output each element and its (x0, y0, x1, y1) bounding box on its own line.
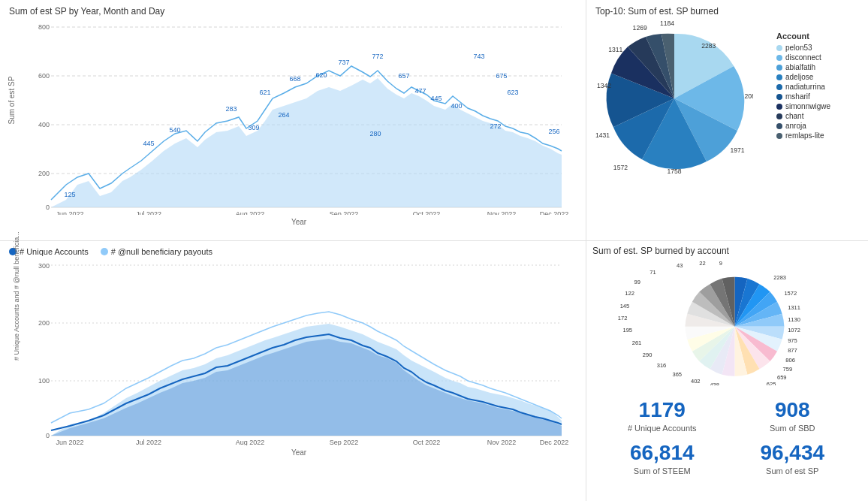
legend-color-9 (776, 133, 782, 139)
legend-color-3 (776, 74, 782, 80)
svg-text:675: 675 (496, 72, 507, 80)
legend-color-0 (776, 45, 782, 51)
svg-text:561: 561 (747, 383, 757, 385)
svg-text:Aug 2022: Aug 2022 (236, 210, 265, 215)
svg-text:Oct 2022: Oct 2022 (413, 439, 441, 445)
legend-item-9: remlaps-lite (776, 131, 859, 140)
svg-text:71: 71 (649, 268, 656, 275)
y-axis-label-top: Sum of est SP (8, 77, 16, 125)
svg-text:668: 668 (289, 75, 300, 83)
dashboard: Sum of est SP by Year, Month and Day Sum… (0, 0, 868, 501)
legend-item-7: chant (776, 112, 859, 120)
svg-text:743: 743 (473, 53, 484, 60)
svg-text:Nov 2022: Nov 2022 (487, 210, 517, 215)
svg-text:400: 400 (38, 121, 50, 128)
bottom-legend-row: # Unique Accounts # @null beneficiary pa… (9, 247, 577, 256)
svg-text:1342: 1342 (597, 82, 611, 89)
stat-value-1: 908 (732, 399, 854, 422)
svg-text:800: 800 (38, 23, 50, 31)
stat-value-3: 96,434 (732, 442, 854, 465)
svg-text:1130: 1130 (788, 316, 800, 323)
stat-label-0: # Unique Accounts (601, 424, 723, 433)
top-left-title: Sum of est SP by Year, Month and Day (9, 6, 577, 17)
svg-text:438: 438 (710, 381, 719, 385)
stat-steem: 66,814 Sum of STEEM (598, 439, 726, 478)
legend-item-6: simonnwigwe (776, 102, 859, 110)
svg-text:Oct 2022: Oct 2022 (413, 210, 441, 215)
bottom-left-panel: # Unique Accounts # @null beneficiary pa… (0, 240, 586, 501)
legend-color-2 (776, 65, 782, 71)
svg-text:2283: 2283 (701, 42, 716, 50)
account-label: Account (776, 32, 859, 41)
svg-text:Jul 2022: Jul 2022 (136, 439, 161, 445)
svg-text:975: 975 (788, 337, 797, 344)
legend-label-1: disconnect (785, 53, 821, 62)
svg-text:122: 122 (625, 290, 634, 297)
svg-text:309: 309 (248, 124, 259, 131)
x-axis-label-top: Year (21, 218, 577, 226)
top-right-legend: Account pelon53 disconnect abialfatih ad… (776, 20, 859, 230)
stat-label-1: Sum of SBD (732, 424, 854, 433)
svg-text:272: 272 (490, 122, 501, 130)
svg-text:623: 623 (507, 89, 518, 96)
svg-text:195: 195 (622, 327, 632, 333)
stat-label-3: Sum of est SP (732, 466, 854, 475)
svg-text:1311: 1311 (608, 46, 622, 53)
svg-text:1072: 1072 (788, 327, 800, 333)
svg-text:806: 806 (785, 356, 795, 363)
legend-label-4: nadiaturrina (785, 83, 825, 91)
svg-text:2283: 2283 (773, 273, 786, 280)
svg-text:Jun 2022: Jun 2022 (56, 439, 83, 445)
svg-text:145: 145 (619, 303, 629, 309)
svg-text:22: 22 (699, 261, 705, 267)
legend-null-beneficiary: # @null beneficiary payouts (101, 247, 212, 256)
top-right-pie-chart: 2283 2081 1971 1758 1572 1431 1342 1311 … (595, 20, 753, 177)
svg-text:657: 657 (398, 72, 409, 80)
svg-text:477: 477 (414, 87, 426, 95)
svg-text:400: 400 (451, 102, 462, 110)
svg-text:100: 100 (38, 377, 50, 385)
svg-text:264: 264 (278, 111, 289, 119)
legend-label-0: pelon53 (785, 44, 812, 52)
svg-text:540: 540 (169, 126, 180, 134)
legend-label-3: adeljose (785, 73, 813, 81)
bottom-right-panel: Sum of est. SP burned by account (586, 240, 868, 501)
legend-item-0: pelon53 (776, 44, 859, 52)
bottom-right-pie-chart: 2283 1572 1311 1130 1072 975 877 806 759… (600, 261, 855, 385)
svg-text:483: 483 (728, 383, 737, 385)
svg-text:Aug 2022: Aug 2022 (236, 439, 265, 445)
stat-value-2: 66,814 (601, 442, 723, 465)
svg-text:283: 283 (225, 105, 237, 113)
legend-label-2: abialfatih (785, 63, 815, 71)
svg-marker-10 (51, 78, 562, 207)
legend-label-6: simonnwigwe (785, 102, 830, 110)
legend-null-label: # @null beneficiary payouts (111, 247, 212, 256)
svg-text:316: 316 (656, 362, 666, 369)
legend-unique-accounts: # Unique Accounts (9, 247, 89, 256)
legend-item-1: disconnect (776, 53, 859, 62)
legend-color-4 (776, 84, 782, 90)
legend-item-2: abialfatih (776, 63, 859, 71)
legend-color-7 (776, 113, 782, 119)
svg-text:2081: 2081 (745, 92, 753, 100)
svg-text:877: 877 (788, 346, 797, 353)
legend-item-8: anroja (776, 122, 859, 130)
svg-text:759: 759 (782, 366, 792, 373)
svg-text:1431: 1431 (595, 132, 610, 140)
svg-text:445: 445 (430, 95, 442, 102)
svg-text:1971: 1971 (730, 146, 744, 154)
svg-text:Jul 2022: Jul 2022 (136, 210, 161, 215)
legend-label-9: remlaps-lite (785, 131, 824, 140)
svg-text:402: 402 (690, 378, 700, 385)
top-left-chart: 800 600 400 200 0 125 445 540 283 621 66… (21, 20, 577, 215)
svg-text:1758: 1758 (667, 168, 681, 175)
top-left-panel: Sum of est SP by Year, Month and Day Sum… (0, 0, 586, 240)
svg-text:200: 200 (38, 319, 50, 327)
y-axis-label-bottom: # Unique Accounts and # @null beneficia.… (13, 263, 20, 361)
svg-text:9: 9 (719, 261, 722, 267)
svg-text:620: 620 (315, 71, 327, 79)
svg-text:Dec 2022: Dec 2022 (540, 439, 569, 445)
svg-text:280: 280 (369, 130, 381, 137)
stat-sbd: 908 Sum of SBD (729, 396, 857, 436)
stat-est-sp: 96,434 Sum of est SP (729, 439, 857, 478)
